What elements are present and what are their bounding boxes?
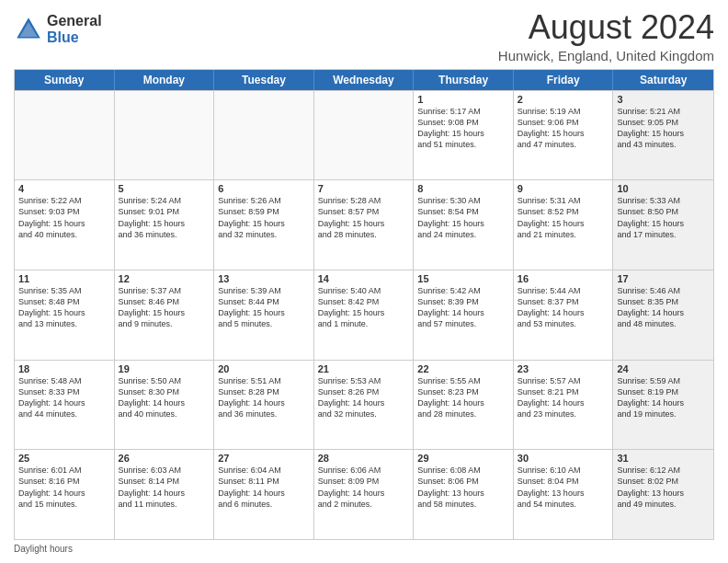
calendar-body: 1Sunrise: 5:17 AM Sunset: 9:08 PM Daylig… (15, 90, 713, 539)
calendar-cell: 6Sunrise: 5:26 AM Sunset: 8:59 PM Daylig… (214, 180, 314, 270)
calendar-cell (314, 91, 415, 180)
calendar-cell: 15Sunrise: 5:42 AM Sunset: 8:39 PM Dayli… (414, 270, 514, 360)
cell-text: Sunrise: 5:57 AM Sunset: 8:21 PM Dayligh… (518, 375, 609, 420)
day-number: 29 (417, 453, 509, 464)
day-number: 2 (518, 94, 609, 105)
calendar-cell: 3Sunrise: 5:21 AM Sunset: 9:05 PM Daylig… (613, 91, 713, 180)
day-number: 9 (518, 183, 609, 194)
calendar-cell: 31Sunrise: 6:12 AM Sunset: 8:02 PM Dayli… (613, 450, 713, 539)
calendar-cell (15, 91, 115, 180)
calendar-cell: 25Sunrise: 6:01 AM Sunset: 8:16 PM Dayli… (15, 450, 115, 539)
logo-blue: Blue (47, 29, 102, 46)
day-number: 3 (617, 94, 710, 105)
cell-text: Sunrise: 5:55 AM Sunset: 8:23 PM Dayligh… (417, 375, 509, 420)
calendar-header-cell: Sunday (15, 70, 115, 90)
calendar-cell: 11Sunrise: 5:35 AM Sunset: 8:48 PM Dayli… (15, 270, 115, 360)
cell-text: Sunrise: 5:37 AM Sunset: 8:46 PM Dayligh… (119, 285, 210, 330)
day-number: 16 (518, 273, 609, 284)
calendar-cell: 22Sunrise: 5:55 AM Sunset: 8:23 PM Dayli… (414, 361, 514, 450)
cell-text: Sunrise: 5:53 AM Sunset: 8:26 PM Dayligh… (318, 375, 410, 420)
calendar-header-cell: Saturday (613, 70, 713, 90)
logo-general: General (47, 13, 102, 29)
calendar-cell: 4Sunrise: 5:22 AM Sunset: 9:03 PM Daylig… (15, 180, 115, 270)
cell-text: Sunrise: 5:46 AM Sunset: 8:35 PM Dayligh… (617, 285, 710, 330)
day-number: 21 (318, 363, 410, 374)
day-number: 14 (318, 273, 410, 284)
calendar-cell: 1Sunrise: 5:17 AM Sunset: 9:08 PM Daylig… (414, 91, 514, 180)
calendar-cell: 20Sunrise: 5:51 AM Sunset: 8:28 PM Dayli… (214, 361, 314, 450)
calendar-cell: 2Sunrise: 5:19 AM Sunset: 9:06 PM Daylig… (514, 91, 614, 180)
cell-text: Sunrise: 6:04 AM Sunset: 8:11 PM Dayligh… (218, 465, 310, 510)
calendar-header-row: SundayMondayTuesdayWednesdayThursdayFrid… (15, 70, 713, 90)
page: General Blue August 2024 Hunwick, Englan… (0, 0, 728, 563)
cell-text: Sunrise: 5:44 AM Sunset: 8:37 PM Dayligh… (518, 285, 609, 330)
day-number: 17 (617, 273, 710, 284)
cell-text: Sunrise: 5:39 AM Sunset: 8:44 PM Dayligh… (218, 285, 310, 330)
cell-text: Sunrise: 6:08 AM Sunset: 8:06 PM Dayligh… (417, 465, 509, 510)
cell-text: Sunrise: 5:21 AM Sunset: 9:05 PM Dayligh… (617, 106, 710, 151)
header: General Blue August 2024 Hunwick, Englan… (14, 9, 714, 63)
calendar-row: 18Sunrise: 5:48 AM Sunset: 8:33 PM Dayli… (15, 360, 713, 450)
calendar-cell: 29Sunrise: 6:08 AM Sunset: 8:06 PM Dayli… (414, 450, 514, 539)
day-number: 1 (417, 94, 509, 105)
main-title: August 2024 (498, 9, 714, 46)
day-number: 6 (218, 183, 310, 194)
cell-text: Sunrise: 5:33 AM Sunset: 8:50 PM Dayligh… (617, 195, 710, 240)
day-number: 18 (18, 363, 110, 374)
cell-text: Sunrise: 5:26 AM Sunset: 8:59 PM Dayligh… (218, 195, 310, 240)
cell-text: Sunrise: 5:17 AM Sunset: 9:08 PM Dayligh… (417, 106, 509, 151)
day-number: 4 (18, 183, 110, 194)
day-number: 31 (617, 453, 710, 464)
cell-text: Sunrise: 5:28 AM Sunset: 8:57 PM Dayligh… (318, 195, 410, 240)
calendar-cell (214, 91, 314, 180)
day-number: 8 (417, 183, 509, 194)
footer-text: Daylight hours (14, 544, 73, 554)
calendar-cell: 27Sunrise: 6:04 AM Sunset: 8:11 PM Dayli… (214, 450, 314, 539)
cell-text: Sunrise: 5:48 AM Sunset: 8:33 PM Dayligh… (18, 375, 110, 420)
day-number: 15 (417, 273, 509, 284)
day-number: 20 (218, 363, 310, 374)
calendar-row: 25Sunrise: 6:01 AM Sunset: 8:16 PM Dayli… (15, 449, 713, 539)
title-block: August 2024 Hunwick, England, United Kin… (498, 9, 714, 63)
day-number: 28 (318, 453, 410, 464)
calendar-cell: 10Sunrise: 5:33 AM Sunset: 8:50 PM Dayli… (613, 180, 713, 270)
day-number: 24 (617, 363, 710, 374)
calendar-row: 4Sunrise: 5:22 AM Sunset: 9:03 PM Daylig… (15, 179, 713, 270)
day-number: 13 (218, 273, 310, 284)
day-number: 19 (119, 363, 210, 374)
calendar-header-cell: Monday (115, 70, 215, 90)
calendar-cell (115, 91, 215, 180)
cell-text: Sunrise: 5:50 AM Sunset: 8:30 PM Dayligh… (119, 375, 210, 420)
calendar-row: 11Sunrise: 5:35 AM Sunset: 8:48 PM Dayli… (15, 270, 713, 360)
calendar-cell: 13Sunrise: 5:39 AM Sunset: 8:44 PM Dayli… (214, 270, 314, 360)
cell-text: Sunrise: 5:24 AM Sunset: 9:01 PM Dayligh… (119, 195, 210, 240)
cell-text: Sunrise: 6:10 AM Sunset: 8:04 PM Dayligh… (518, 465, 609, 510)
cell-text: Sunrise: 5:31 AM Sunset: 8:52 PM Dayligh… (518, 195, 609, 240)
logo-text: General Blue (47, 13, 102, 45)
cell-text: Sunrise: 5:30 AM Sunset: 8:54 PM Dayligh… (417, 195, 509, 240)
day-number: 30 (518, 453, 609, 464)
day-number: 10 (617, 183, 710, 194)
day-number: 12 (119, 273, 210, 284)
cell-text: Sunrise: 5:40 AM Sunset: 8:42 PM Dayligh… (318, 285, 410, 330)
day-number: 11 (18, 273, 110, 284)
calendar-cell: 12Sunrise: 5:37 AM Sunset: 8:46 PM Dayli… (115, 270, 215, 360)
cell-text: Sunrise: 5:51 AM Sunset: 8:28 PM Dayligh… (218, 375, 310, 420)
cell-text: Sunrise: 6:01 AM Sunset: 8:16 PM Dayligh… (18, 465, 110, 510)
cell-text: Sunrise: 5:42 AM Sunset: 8:39 PM Dayligh… (417, 285, 509, 330)
calendar-cell: 16Sunrise: 5:44 AM Sunset: 8:37 PM Dayli… (514, 270, 614, 360)
calendar-cell: 17Sunrise: 5:46 AM Sunset: 8:35 PM Dayli… (613, 270, 713, 360)
calendar-header-cell: Wednesday (314, 70, 415, 90)
calendar-header-cell: Thursday (414, 70, 514, 90)
calendar-row: 1Sunrise: 5:17 AM Sunset: 9:08 PM Daylig… (15, 90, 713, 180)
calendar-cell: 18Sunrise: 5:48 AM Sunset: 8:33 PM Dayli… (15, 361, 115, 450)
calendar-cell: 7Sunrise: 5:28 AM Sunset: 8:57 PM Daylig… (314, 180, 415, 270)
calendar-cell: 21Sunrise: 5:53 AM Sunset: 8:26 PM Dayli… (314, 361, 415, 450)
subtitle: Hunwick, England, United Kingdom (498, 48, 714, 63)
cell-text: Sunrise: 5:19 AM Sunset: 9:06 PM Dayligh… (518, 106, 609, 151)
logo-icon (14, 15, 43, 44)
calendar-cell: 23Sunrise: 5:57 AM Sunset: 8:21 PM Dayli… (514, 361, 614, 450)
day-number: 27 (218, 453, 310, 464)
cell-text: Sunrise: 5:35 AM Sunset: 8:48 PM Dayligh… (18, 285, 110, 330)
calendar-cell: 14Sunrise: 5:40 AM Sunset: 8:42 PM Dayli… (314, 270, 415, 360)
